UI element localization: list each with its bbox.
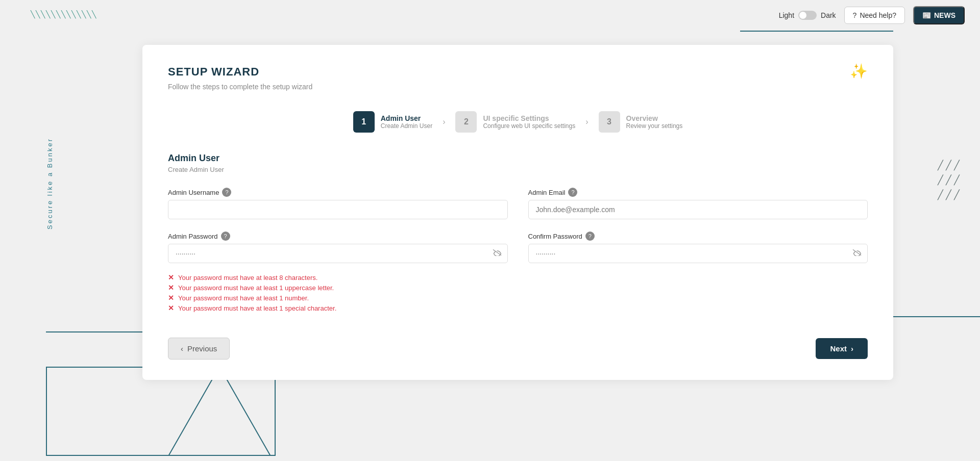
question-circle-icon: ? <box>853 11 857 19</box>
step-1-info: Admin User Create Admin User <box>381 114 432 130</box>
password-toggle-visibility-icon[interactable] <box>493 249 502 258</box>
validation-item: ✕Your password must have at least 8 char… <box>168 273 868 281</box>
confirm-input[interactable] <box>528 244 868 263</box>
step-1-number: 1 <box>353 111 375 133</box>
brand-text: Secure like a Bunker <box>46 138 54 229</box>
confirm-field-group: Confirm Password ? <box>528 232 868 263</box>
username-help-icon[interactable]: ? <box>222 188 231 197</box>
need-help-button[interactable]: ? Need help? <box>844 7 905 24</box>
news-icon: 📰 <box>922 11 931 19</box>
theme-toggle-switch[interactable] <box>798 11 817 20</box>
step-1: 1 Admin User Create Admin User <box>353 111 432 133</box>
topbar: Light Dark ? Need help? 📰 NEWS <box>0 0 980 31</box>
wizard-subtitle: Follow the steps to complete the setup w… <box>168 83 868 91</box>
chevron-right-icon: › <box>851 344 853 353</box>
confirm-label: Confirm Password ? <box>528 232 868 241</box>
username-field-group: Admin Username ? <box>168 188 508 219</box>
validation-list: ✕Your password must have at least 8 char… <box>168 273 868 312</box>
bottom-left-box <box>46 367 276 456</box>
email-field-group: Admin Email ? <box>528 188 868 219</box>
step-2-info: UI specific Settings Configure web UI sp… <box>483 114 575 130</box>
step-1-name: Admin User <box>381 114 432 122</box>
confirm-toggle-visibility-icon[interactable] <box>852 249 862 258</box>
validation-item: ✕Your password must have at least 1 uppe… <box>168 284 868 292</box>
step-2-desc: Configure web UI specific settings <box>483 122 575 130</box>
validation-item: ✕Your password must have at least 1 spec… <box>168 304 868 312</box>
step-3: 3 Overview Review your settings <box>599 111 683 133</box>
validation-x-icon: ✕ <box>168 284 174 292</box>
username-label: Admin Username ? <box>168 188 508 197</box>
username-input[interactable] <box>168 200 508 219</box>
password-label: Admin Password ? <box>168 232 508 241</box>
chevron-left-icon: ‹ <box>181 344 183 353</box>
validation-x-icon: ✕ <box>168 273 174 281</box>
step-2-number: 2 <box>455 111 477 133</box>
password-wrapper <box>168 244 508 263</box>
email-label: Admin Email ? <box>528 188 868 197</box>
theme-dark-label: Dark <box>821 11 836 19</box>
wizard-card: ✨ SETUP WIZARD Follow the steps to compl… <box>142 45 893 380</box>
hash-marks-icon: ╱ ╱ ╱╱ ╱ ╱╱ ╱ ╱ <box>938 158 960 202</box>
password-input[interactable] <box>168 244 508 263</box>
validation-x-icon: ✕ <box>168 294 174 302</box>
validation-item: ✕Your password must have at least 1 numb… <box>168 294 868 302</box>
step-arrow-1: › <box>443 117 445 126</box>
step-3-number: 3 <box>599 111 620 133</box>
wizard-icon: ✨ <box>850 63 868 80</box>
theme-light-label: Light <box>779 11 794 19</box>
section-title: Admin User <box>168 153 868 164</box>
right-top-line <box>740 31 893 32</box>
wizard-title: SETUP WIZARD <box>168 65 868 79</box>
confirm-help-icon[interactable]: ? <box>585 232 595 241</box>
wizard-footer: ‹ Previous Next › <box>168 338 868 360</box>
email-input[interactable] <box>528 200 868 219</box>
validation-x-icon: ✕ <box>168 304 174 312</box>
left-bottom-line <box>46 331 145 332</box>
step-3-name: Overview <box>626 114 683 122</box>
step-1-desc: Create Admin User <box>381 122 432 130</box>
step-3-info: Overview Review your settings <box>626 114 683 130</box>
previous-button[interactable]: ‹ Previous <box>168 338 230 360</box>
next-button[interactable]: Next › <box>816 338 868 359</box>
news-button[interactable]: 📰 NEWS <box>913 6 965 24</box>
step-3-desc: Review your settings <box>626 122 683 130</box>
step-2-name: UI specific Settings <box>483 114 575 122</box>
theme-toggle-group: Light Dark <box>779 11 836 20</box>
triangle-decoration <box>168 367 271 456</box>
step-arrow-2: › <box>585 117 588 126</box>
password-help-icon[interactable]: ? <box>221 232 230 241</box>
confirm-wrapper <box>528 244 868 263</box>
email-help-icon[interactable]: ? <box>568 188 577 197</box>
steps-container: 1 Admin User Create Admin User › 2 UI sp… <box>168 111 868 133</box>
form-grid: Admin Username ? Admin Email ? Admin Pas… <box>168 188 868 263</box>
section-subtitle: Create Admin User <box>168 166 868 173</box>
step-2: 2 UI specific Settings Configure web UI … <box>455 111 575 133</box>
password-field-group: Admin Password ? <box>168 232 508 263</box>
